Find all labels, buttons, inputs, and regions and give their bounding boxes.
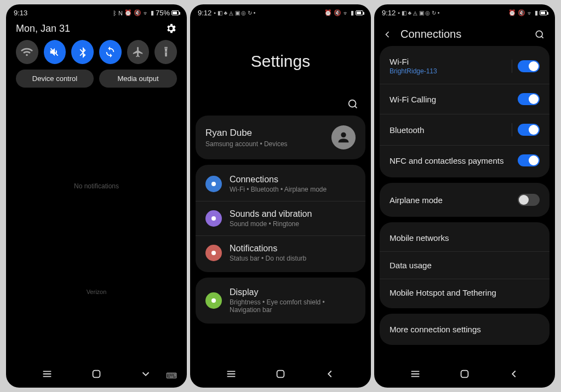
nav-recents[interactable] xyxy=(225,368,237,380)
setting-sub: Status bar • Do not disturb xyxy=(230,255,356,262)
qs-sound[interactable] xyxy=(44,40,66,64)
status-time: 9:13 xyxy=(14,9,27,17)
profile-card[interactable]: Ryan Dube Samsung account • Devices xyxy=(196,116,365,159)
network-icon: ᯤ xyxy=(143,10,149,16)
connection-sub: BrightRidge-113 xyxy=(390,67,437,75)
back-icon[interactable] xyxy=(382,29,393,40)
toggle-switch[interactable] xyxy=(518,93,540,105)
connection-row[interactable]: Mobile Hotspot and Tethering xyxy=(380,279,549,306)
settings-title: Settings xyxy=(190,52,371,71)
connection-row[interactable]: Airplane mode xyxy=(380,185,549,215)
status-bar: 9:13 ᛒ N ⏰ 🔇 ᯤ ▮ 75% xyxy=(6,4,187,19)
battery-pct: 75% xyxy=(156,9,170,17)
setting-title: Display xyxy=(230,287,356,297)
setting-icon xyxy=(205,245,222,261)
nav-back[interactable] xyxy=(324,368,336,380)
nav-bar xyxy=(6,362,187,388)
svg-point-7 xyxy=(536,31,542,37)
nav-recents[interactable] xyxy=(41,368,53,380)
setting-title: Notifications xyxy=(230,244,356,253)
search-icon[interactable] xyxy=(534,29,545,40)
setting-title: Connections xyxy=(230,175,356,185)
setting-icon xyxy=(205,176,222,192)
bluetooth-icon: ᛒ xyxy=(113,10,117,16)
phone-screen-notifications: 9:13 ᛒ N ⏰ 🔇 ᯤ ▮ 75% Mon, Jan 31 Device … xyxy=(6,4,187,388)
connection-row[interactable]: Data usage xyxy=(380,251,549,279)
setting-icon xyxy=(205,210,222,227)
nav-bar xyxy=(374,362,555,388)
connection-title: Wi-Fi Calling xyxy=(390,95,436,104)
qs-rotate[interactable] xyxy=(99,40,122,64)
nav-back[interactable] xyxy=(508,368,520,380)
connection-row[interactable]: NFC and contactless payments xyxy=(380,145,549,175)
svg-point-4 xyxy=(211,251,216,255)
connection-title: NFC and contactless payments xyxy=(390,156,503,165)
status-time: 9:12 xyxy=(198,9,211,17)
connection-row[interactable]: Mobile networks xyxy=(380,224,549,251)
status-icons: ⏰🔇ᯤ▮ xyxy=(324,9,363,16)
battery-icon xyxy=(171,10,179,15)
mute-icon: 🔇 xyxy=(134,9,141,16)
shade-date: Mon, Jan 31 xyxy=(16,23,70,34)
toggle-switch[interactable] xyxy=(518,154,540,166)
carrier-label: Verizon xyxy=(87,289,107,295)
setting-row[interactable]: Notifications Status bar • Do not distur… xyxy=(196,235,365,270)
nfc-icon: N xyxy=(118,10,123,16)
status-bar: 9:12 ▪ ◧ ♣ ◬ ▣ ◎ ↻ • ⏰🔇ᯤ▮ xyxy=(190,4,371,19)
avatar-icon xyxy=(331,125,356,149)
status-icons: ᛒ N ⏰ 🔇 ᯤ ▮ 75% xyxy=(113,9,179,17)
qs-airplane[interactable] xyxy=(127,40,150,64)
setting-sub: Sound mode • Ringtone xyxy=(230,220,356,228)
profile-name: Ryan Dube xyxy=(205,128,288,139)
quick-settings-row xyxy=(6,40,187,70)
setting-title: Sounds and vibration xyxy=(230,209,356,219)
qs-wifi[interactable] xyxy=(16,40,38,64)
search-icon[interactable] xyxy=(347,98,359,110)
connection-row[interactable]: More connection settings xyxy=(380,316,549,343)
setting-icon xyxy=(205,292,222,309)
nav-home[interactable] xyxy=(90,368,102,380)
connection-title: More connection settings xyxy=(390,325,481,334)
qs-bluetooth[interactable] xyxy=(71,40,94,64)
svg-rect-6 xyxy=(277,371,284,378)
qs-flashlight[interactable] xyxy=(154,40,177,64)
toggle-switch[interactable] xyxy=(518,194,540,206)
connection-title: Wi-Fi xyxy=(390,57,437,66)
settings-gear-icon[interactable] xyxy=(165,22,177,34)
svg-rect-0 xyxy=(93,371,100,378)
svg-point-2 xyxy=(211,182,216,186)
nav-home[interactable] xyxy=(274,368,287,380)
nav-home[interactable] xyxy=(459,368,471,380)
toggle-switch[interactable] xyxy=(518,60,540,72)
no-notifications-label: No notifications xyxy=(74,182,119,190)
setting-sub: Wi-Fi • Bluetooth • Airplane mode xyxy=(230,186,356,193)
setting-row[interactable]: Connections Wi-Fi • Bluetooth • Airplane… xyxy=(196,167,365,201)
connection-row[interactable]: Wi-Fi Calling xyxy=(380,84,549,114)
media-output-button[interactable]: Media output xyxy=(99,70,177,88)
connection-row[interactable]: Wi-FiBrightRidge-113 xyxy=(380,48,549,84)
device-control-button[interactable]: Device control xyxy=(16,70,94,88)
status-app-icons: ▪ ◧ ♣ ◬ ▣ ◎ ↻ • xyxy=(214,10,255,16)
phone-screen-settings: 9:12 ▪ ◧ ♣ ◬ ▣ ◎ ↻ • ⏰🔇ᯤ▮ Settings Ryan … xyxy=(190,4,371,388)
connection-title: Data usage xyxy=(390,261,432,270)
connection-title: Bluetooth xyxy=(390,125,424,135)
connection-title: Mobile networks xyxy=(390,233,449,243)
svg-point-5 xyxy=(211,298,216,303)
toggle-switch[interactable] xyxy=(518,124,540,136)
phone-screen-connections: 9:12 ▪ ◧ ♣ ◬ ▣ ◎ ↻ • ⏰🔇ᯤ▮ Connections Wi… xyxy=(374,4,555,388)
setting-sub: Brightness • Eye comfort shield • Naviga… xyxy=(230,298,356,314)
svg-rect-8 xyxy=(461,371,468,378)
signal-icon: ▮ xyxy=(151,9,154,16)
status-bar: 9:12 ▪ ◧ ♣ ◬ ▣ ◎ ↻ • ⏰🔇ᯤ▮ xyxy=(374,4,555,19)
nav-collapse[interactable] xyxy=(140,368,152,380)
page-title: Connections xyxy=(400,28,526,41)
connection-title: Mobile Hotspot and Tethering xyxy=(390,288,496,297)
setting-row[interactable]: Display Brightness • Eye comfort shield … xyxy=(196,280,365,321)
keyboard-icon[interactable]: ⌨ xyxy=(166,371,177,380)
svg-point-1 xyxy=(349,100,356,107)
connection-title: Airplane mode xyxy=(390,195,443,205)
alarm-icon: ⏰ xyxy=(124,9,132,16)
connection-row[interactable]: Bluetooth xyxy=(380,114,549,145)
setting-row[interactable]: Sounds and vibration Sound mode • Ringto… xyxy=(196,201,365,235)
nav-recents[interactable] xyxy=(409,368,421,380)
